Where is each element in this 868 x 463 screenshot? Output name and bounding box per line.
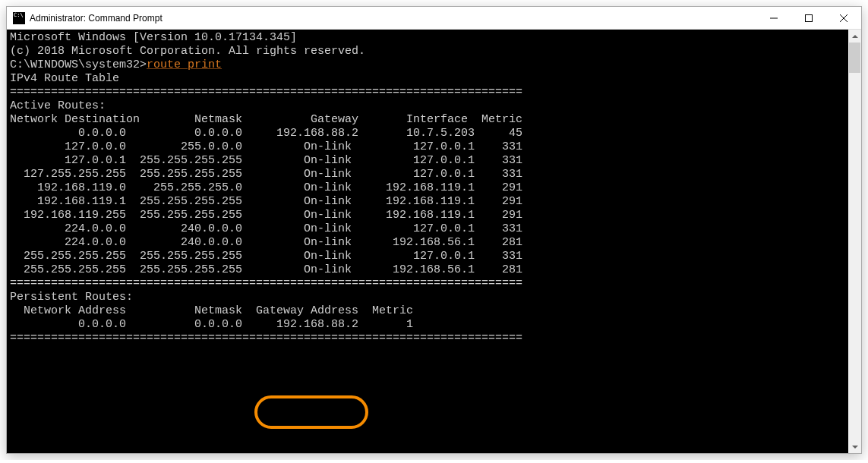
route-row: 127.255.255.255 255.255.255.255 On-link …: [10, 168, 861, 181]
console-area[interactable]: Microsoft Windows [Version 10.0.17134.34…: [7, 30, 861, 453]
window-controls: [756, 7, 861, 30]
svg-rect-1: [806, 14, 813, 21]
route-row: 192.168.119.255 255.255.255.255 On-link …: [10, 209, 861, 222]
persistent-columns-header: Network Address Netmask Gateway Address …: [10, 304, 861, 318]
route-row: 255.255.255.255 255.255.255.255 On-link …: [10, 263, 861, 277]
scrollbar[interactable]: [848, 30, 861, 453]
annotation-highlight-oval: [254, 395, 368, 429]
cmd-icon: [13, 12, 25, 24]
command-prompt-window: Administrator: Command Prompt Microsoft …: [6, 6, 862, 454]
hr: ========================================…: [10, 86, 861, 99]
persistent-routes-header: Persistent Routes:: [10, 291, 861, 304]
prompt-line: C:\WINDOWS\system32>route print: [10, 58, 861, 72]
window-title: Administrator: Command Prompt: [30, 13, 756, 24]
route-row: 224.0.0.0 240.0.0.0 On-link 127.0.0.1 33…: [10, 222, 861, 236]
minimize-button[interactable]: [756, 7, 791, 30]
scroll-up-button[interactable]: [848, 30, 861, 43]
close-button[interactable]: [826, 7, 861, 30]
titlebar[interactable]: Administrator: Command Prompt: [7, 7, 861, 30]
persistent-row: 0.0.0.0 0.0.0.0 192.168.88.2 1: [10, 318, 861, 332]
route-row: 0.0.0.0 0.0.0.0 192.168.88.2 10.7.5.203 …: [10, 127, 861, 140]
banner-line: Microsoft Windows [Version 10.0.17134.34…: [10, 31, 861, 45]
route-row: 255.255.255.255 255.255.255.255 On-link …: [10, 250, 861, 263]
scroll-thumb[interactable]: [849, 43, 860, 73]
scroll-down-button[interactable]: [848, 440, 861, 453]
route-row: 192.168.119.1 255.255.255.255 On-link 19…: [10, 195, 861, 209]
route-row: 224.0.0.0 240.0.0.0 On-link 192.168.56.1…: [10, 236, 861, 250]
maximize-button[interactable]: [791, 7, 826, 30]
prompt-path: C:\WINDOWS\system32>: [10, 58, 147, 71]
hr: ========================================…: [10, 277, 861, 291]
svg-marker-5: [852, 446, 858, 449]
route-row: 127.0.0.0 255.0.0.0 On-link 127.0.0.1 33…: [10, 140, 861, 154]
prompt-command: route print: [147, 58, 222, 71]
columns-header: Network Destination Netmask Gateway Inte…: [10, 113, 861, 127]
hr: ========================================…: [10, 332, 861, 345]
svg-marker-4: [852, 35, 858, 38]
table-title: IPv4 Route Table: [10, 72, 861, 86]
route-row: 192.168.119.0 255.255.255.0 On-link 192.…: [10, 181, 861, 195]
active-routes-header: Active Routes:: [10, 99, 861, 113]
banner-line: (c) 2018 Microsoft Corporation. All righ…: [10, 45, 861, 58]
route-row: 127.0.0.1 255.255.255.255 On-link 127.0.…: [10, 154, 861, 168]
